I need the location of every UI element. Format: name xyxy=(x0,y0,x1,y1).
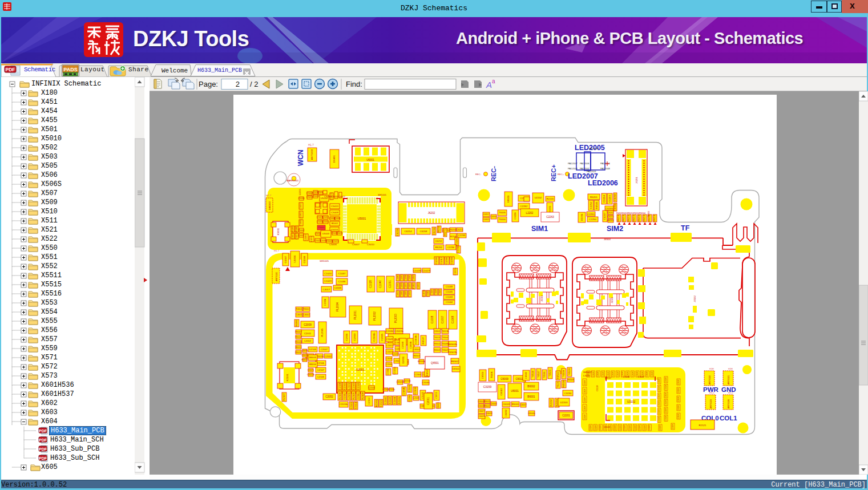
svg-text:R6007: R6007 xyxy=(296,331,302,333)
svg-text:SIM1: SIM1 xyxy=(531,225,548,233)
svg-text:C2306: C2306 xyxy=(415,374,421,376)
svg-text:C3136: C3136 xyxy=(607,371,609,376)
svg-text:C2262: C2262 xyxy=(520,205,528,208)
svg-text:Page:: Page: xyxy=(199,80,218,88)
svg-text:L5016: L5016 xyxy=(331,228,338,231)
svg-text:R6218: R6218 xyxy=(623,215,625,221)
svg-text:WCN: WCN xyxy=(297,149,305,166)
svg-text:PDF: PDF xyxy=(39,438,47,442)
svg-text:C2102: C2102 xyxy=(384,396,387,404)
svg-text:C3136: C3136 xyxy=(584,397,586,402)
svg-text:R6234: R6234 xyxy=(438,226,440,233)
svg-text:R6503: R6503 xyxy=(434,349,441,351)
svg-text:A: A xyxy=(486,80,492,90)
svg-text:C2034: C2034 xyxy=(386,330,394,333)
svg-text:R5002: R5002 xyxy=(296,226,298,232)
svg-text:U3102: U3102 xyxy=(627,400,635,403)
svg-text:C3136: C3136 xyxy=(584,406,586,411)
svg-text:C6006: C6006 xyxy=(491,403,497,405)
svg-text:R6015: R6015 xyxy=(302,359,308,361)
svg-text:U5002: U5002 xyxy=(305,234,307,241)
svg-text:C1023: C1023 xyxy=(324,280,332,282)
svg-text:C2252: C2252 xyxy=(590,201,592,209)
svg-text:C2100: C2100 xyxy=(369,387,375,389)
svg-text:C3230: C3230 xyxy=(564,392,572,395)
svg-text:C3107: C3107 xyxy=(605,377,611,379)
svg-text:C2233: C2233 xyxy=(458,234,466,237)
svg-text:D2105: D2105 xyxy=(309,348,317,351)
svg-text:C5019: C5019 xyxy=(317,216,323,218)
svg-text:T6520: T6520 xyxy=(568,368,571,375)
svg-text:C6211: C6211 xyxy=(433,227,435,234)
svg-text:Find:: Find: xyxy=(346,80,362,88)
svg-text:C5007: C5007 xyxy=(352,243,360,246)
svg-text:R6021: R6021 xyxy=(485,405,491,407)
svg-text:L5008: L5008 xyxy=(334,217,340,220)
svg-text:R4002: R4002 xyxy=(304,308,310,310)
svg-text:PL2002: PL2002 xyxy=(373,311,376,321)
svg-text:C3136: C3136 xyxy=(629,425,631,430)
svg-text:R2220: R2220 xyxy=(547,197,554,200)
svg-text:C1003: C1003 xyxy=(405,291,407,297)
svg-text:C1025: C1025 xyxy=(409,283,411,289)
svg-text:R2107: R2107 xyxy=(282,393,285,400)
svg-text:R2103: R2103 xyxy=(389,396,391,404)
svg-text:C5010: C5010 xyxy=(367,243,374,246)
svg-text:C6308: C6308 xyxy=(303,256,306,263)
svg-text:C2040: C2040 xyxy=(401,341,404,349)
svg-text:C1022: C1022 xyxy=(417,283,419,289)
svg-text:C3136: C3136 xyxy=(665,400,667,405)
svg-text:C6212: C6212 xyxy=(435,240,442,242)
svg-text:C3103: C3103 xyxy=(604,426,610,428)
svg-text:C3136: C3136 xyxy=(590,425,592,430)
svg-text:C6028: C6028 xyxy=(479,415,485,418)
svg-text:L5022: L5022 xyxy=(300,212,302,217)
svg-text:L5021: L5021 xyxy=(292,233,294,239)
svg-text:B6002: B6002 xyxy=(527,385,535,388)
svg-text:C6026: C6026 xyxy=(486,412,492,415)
svg-text:R6508: R6508 xyxy=(568,379,574,381)
svg-text:C2232: C2232 xyxy=(455,237,458,245)
svg-text:B6001: B6001 xyxy=(527,395,535,398)
svg-text:C6203: C6203 xyxy=(608,195,611,202)
svg-text:C3136: C3136 xyxy=(602,371,604,376)
svg-text:C1036: C1036 xyxy=(338,280,346,283)
svg-text:C2022: C2022 xyxy=(386,345,393,347)
svg-text:C3136: C3136 xyxy=(646,371,648,376)
svg-text:C3136: C3136 xyxy=(677,414,680,419)
svg-text:T6513b: T6513b xyxy=(442,330,449,333)
svg-text:C6201: C6201 xyxy=(608,212,614,214)
svg-text:C6003: C6003 xyxy=(503,403,510,406)
svg-text:C3136: C3136 xyxy=(632,371,634,376)
svg-text:R6509: R6509 xyxy=(562,380,565,387)
svg-text:T5001: T5001 xyxy=(318,226,325,229)
svg-text:C3105: C3105 xyxy=(421,391,424,399)
svg-text:C2008: C2008 xyxy=(324,298,326,306)
svg-text:PL2003: PL2003 xyxy=(394,314,397,323)
svg-text:U2202: U2202 xyxy=(535,196,542,199)
svg-text:C4017: C4017 xyxy=(323,288,330,291)
svg-text:PAD2003: PAD2003 xyxy=(568,167,578,170)
svg-text:C1027: C1027 xyxy=(405,283,407,289)
svg-text:C1032: C1032 xyxy=(397,283,399,289)
svg-text:T2203: T2203 xyxy=(548,205,551,213)
svg-text:R6504: R6504 xyxy=(414,355,420,357)
svg-text:C2110: C2110 xyxy=(357,382,360,390)
svg-text:C5005: C5005 xyxy=(326,240,333,242)
svg-text:ANT6502: ANT6502 xyxy=(709,375,711,384)
svg-text:C2104: C2104 xyxy=(393,396,396,404)
svg-text:C3136: C3136 xyxy=(665,377,667,382)
svg-text:C6005: C6005 xyxy=(478,405,485,407)
svg-text:L2102: L2102 xyxy=(348,382,350,390)
svg-text:C1042: C1042 xyxy=(431,289,433,295)
svg-text:PAD2006: PAD2006 xyxy=(580,162,590,165)
svg-text:C3136: C3136 xyxy=(614,425,616,430)
svg-text:C2234: C2234 xyxy=(447,246,455,249)
svg-text:C3136: C3136 xyxy=(617,371,619,376)
svg-text:F1051: F1051 xyxy=(413,283,415,289)
svg-text:R6501: R6501 xyxy=(434,343,441,345)
svg-text:C3106b: C3106b xyxy=(422,382,430,384)
svg-text:C5015: C5015 xyxy=(333,240,339,242)
svg-text:PDF: PDF xyxy=(6,67,15,72)
svg-text:C5036: C5036 xyxy=(298,197,305,200)
